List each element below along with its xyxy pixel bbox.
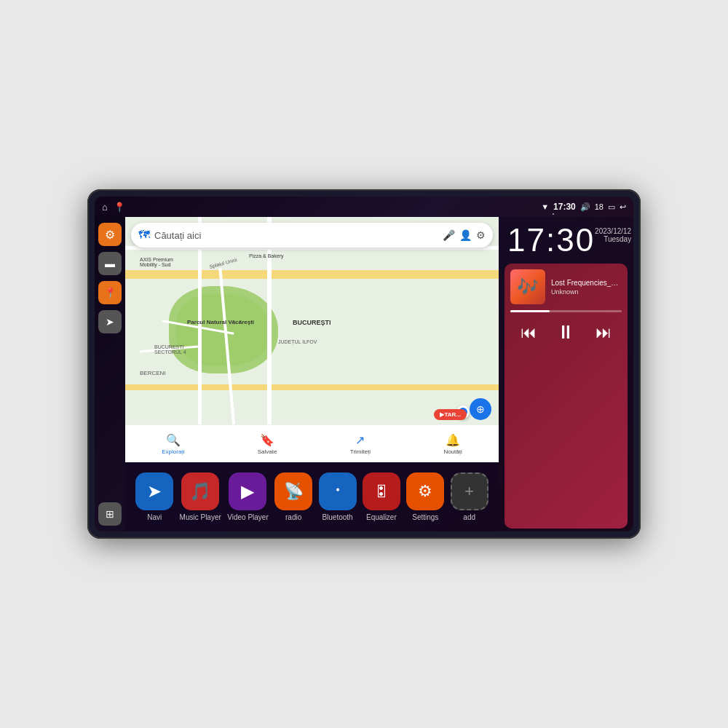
volume-icon: 🔊 — [580, 202, 590, 212]
app-equalizer[interactable]: 🎛 Equalizer — [363, 472, 400, 521]
right-panel: 17:30 2023/12/12 Tuesday 🎶 Lost Freq — [499, 217, 633, 531]
map-search-bar[interactable]: 🗺 Căutați aici 🎤 👤 ⚙ — [131, 223, 493, 248]
next-button[interactable]: ⏭ — [590, 320, 617, 345]
music-text: Lost Frequencies_Janie... Unknown — [551, 279, 622, 296]
clock-display: 17:30 — [507, 224, 595, 256]
clock-widget: 17:30 2023/12/12 Tuesday — [499, 217, 633, 261]
app-settings[interactable]: ⚙ Settings — [406, 472, 444, 521]
sidebar-item-settings[interactable]: ⚙ — [98, 223, 122, 246]
share-label: Trimiteți — [350, 448, 371, 455]
clock-time: 17:30 — [507, 224, 595, 256]
map-fab-btn[interactable]: ⊕ — [470, 398, 491, 420]
clock-date: 2023/12/12 Tuesday — [595, 227, 631, 243]
pause-button[interactable]: ⏸ — [550, 318, 581, 347]
app-add[interactable]: + add — [451, 472, 488, 521]
map-label-ilfov: JUDEȚUL ILFOV — [278, 339, 317, 344]
map-nav-news[interactable]: 🔔 Noutăți — [443, 433, 462, 455]
signal-icon: ▼ — [541, 202, 549, 211]
album-art: 🎶 — [510, 269, 545, 304]
grid-icon: ⊞ — [106, 508, 114, 520]
clock-status: 17:30 — [553, 202, 576, 212]
share-icon: ↗ — [355, 433, 365, 447]
account-icon[interactable]: 👤 — [459, 229, 472, 241]
road-horizontal-3 — [125, 384, 499, 390]
app-video-player[interactable]: ▶ Video Player — [227, 472, 269, 521]
status-left: ⌂ 📍 — [102, 202, 125, 213]
battery-icon: ▭ — [608, 202, 615, 212]
add-icon: + — [464, 482, 474, 501]
explore-icon: 🔍 — [166, 433, 181, 447]
sidebar-item-apps[interactable]: ⊞ — [98, 502, 122, 526]
app-navi[interactable]: ➤ Navi — [135, 472, 173, 521]
music-icon-bg: 🎵 — [181, 472, 219, 510]
map-label-pizza: Pizza & Bakery — [249, 253, 283, 258]
settings-map-icon[interactable]: ⚙ — [476, 229, 486, 241]
music-note-icon: 🎵 — [189, 481, 211, 502]
maps-logo-icon: 🗺 — [138, 229, 150, 242]
radio-wave-icon: 📡 — [284, 482, 304, 501]
settings-icon-bg: ⚙ — [406, 472, 444, 510]
map-nav-saved[interactable]: 🔖 Salvate — [258, 433, 277, 455]
saved-icon: 🔖 — [260, 433, 274, 447]
music-title: Lost Frequencies_Janie... — [551, 279, 622, 287]
map-label-bucuresti: BUCUREȘTI — [293, 319, 331, 326]
folder-icon: ▬ — [105, 258, 115, 269]
bluetooth-label: Bluetooth — [322, 513, 352, 521]
mic-icon[interactable]: 🎤 — [443, 229, 455, 241]
music-progress-bar[interactable] — [510, 310, 622, 312]
home-icon[interactable]: ⌂ — [102, 202, 108, 213]
main-area: ⚙ ▬ 📍 ➤ ⊞ — [95, 217, 633, 531]
gear-icon: ⚙ — [105, 228, 115, 242]
album-art-icon: 🎶 — [517, 277, 539, 297]
music-artist: Unknown — [551, 288, 622, 296]
center-content: 🗺 Căutați aici 🎤 👤 ⚙ AXIS PremiumMobilit… — [125, 217, 499, 531]
map-label-berceni: BERCENI — [140, 370, 166, 376]
status-right: ▼ 17:30 🔊 18 ▭ ↩ — [541, 202, 626, 212]
road-horizontal-1 — [125, 270, 499, 279]
screen: ⌂ 📍 ▼ 17:30 🔊 18 ▭ ↩ ⚙ ▬ — [95, 197, 633, 531]
music-widget: 🎶 Lost Frequencies_Janie... Unknown ⏮ ⏸ — [505, 264, 628, 529]
status-bar: ⌂ 📍 ▼ 17:30 🔊 18 ▭ ↩ — [95, 197, 633, 217]
music-progress-fill — [510, 310, 550, 312]
app-bluetooth[interactable]: ᛫ Bluetooth — [319, 472, 357, 521]
sidebar-item-navigation[interactable]: ➤ — [98, 310, 122, 333]
equalizer-label: Equalizer — [366, 513, 397, 521]
car-head-unit: ⌂ 📍 ▼ 17:30 🔊 18 ▭ ↩ ⚙ ▬ — [87, 189, 641, 539]
map-nav-explore[interactable]: 🔍 Explorați — [162, 433, 184, 455]
battery-level: 18 — [595, 202, 604, 211]
navi-icon-bg: ➤ — [135, 472, 173, 510]
app-drawer: ➤ Navi 🎵 Music Player ▶ — [125, 462, 499, 531]
video-player-label: Video Player — [227, 513, 269, 521]
add-icon-bg: + — [451, 472, 488, 510]
music-controls: ⏮ ⏸ ⏭ — [510, 318, 622, 347]
bluetooth-icon-bg: ᛫ — [319, 472, 357, 510]
sidebar: ⚙ ▬ 📍 ➤ ⊞ — [95, 217, 125, 531]
maps-icon[interactable]: 📍 — [114, 202, 125, 213]
settings-label: Settings — [412, 513, 438, 521]
map-label-park: Parcul Natural Văcărești — [187, 319, 254, 325]
navi-label: Navi — [147, 513, 162, 521]
map-bottom-nav: 🔍 Explorați 🔖 Salvate ↗ Trimiteți 🔔 — [125, 424, 499, 462]
sidebar-item-maps[interactable]: 📍 — [98, 281, 122, 304]
equalizer-icon-bg: 🎛 — [363, 472, 400, 510]
explore-label: Explorați — [162, 448, 184, 455]
back-icon[interactable]: ↩ — [620, 202, 626, 212]
sidebar-item-files[interactable]: ▬ — [98, 252, 122, 275]
play-icon: ▶ — [241, 481, 254, 502]
map-widget[interactable]: 🗺 Căutați aici 🎤 👤 ⚙ AXIS PremiumMobilit… — [125, 217, 499, 462]
prev-button[interactable]: ⏮ — [515, 320, 542, 345]
equalizer-icon: 🎛 — [374, 483, 389, 500]
saved-label: Salvate — [258, 448, 277, 455]
map-nav-share[interactable]: ↗ Trimiteți — [350, 433, 371, 455]
map-search-text[interactable]: Căutați aici — [154, 230, 438, 241]
app-radio[interactable]: 📡 radio — [274, 472, 312, 521]
map-start-btn[interactable]: ▶TAR... — [434, 409, 467, 420]
map-label-sector4: BUCUREȘTISECTORUL 4 — [154, 344, 186, 355]
clock-date-value: 2023/12/12 — [595, 227, 631, 235]
radio-label: radio — [285, 513, 301, 521]
navi-icon: ➤ — [147, 481, 162, 502]
app-music-player[interactable]: 🎵 Music Player — [180, 472, 221, 521]
radio-icon-bg: 📡 — [274, 472, 312, 510]
map-label-axis: AXIS PremiumMobility - Sud — [140, 257, 173, 267]
bluetooth-icon: ᛫ — [333, 482, 342, 501]
